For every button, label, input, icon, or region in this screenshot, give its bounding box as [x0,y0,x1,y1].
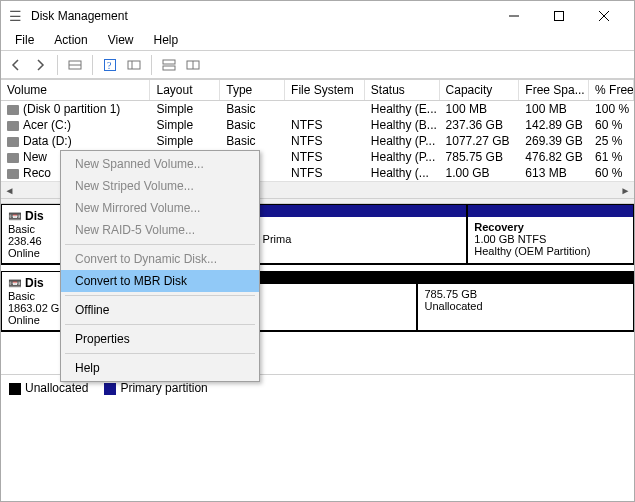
scroll-right-icon[interactable]: ► [617,182,634,198]
back-button[interactable] [5,54,27,76]
menu-help[interactable]: Help [61,357,259,379]
app-icon: ☰ [9,8,25,24]
cell: Data (D:) [1,133,150,149]
cell: Basic [220,101,285,117]
cell: 142.89 GB [519,117,589,133]
menu-properties[interactable]: Properties [61,328,259,350]
menu-file[interactable]: File [5,31,44,50]
partition-title: Recovery [474,221,524,233]
scroll-left-icon[interactable]: ◄ [1,182,18,198]
toolbar-button-2[interactable] [123,54,145,76]
cell: 1.00 GB [440,165,520,181]
col-pctfree[interactable]: % Free [589,80,634,100]
volume-icon [7,169,19,179]
disk-1-type: Basic [8,290,35,302]
cell: 60 % [589,165,634,181]
col-filesystem[interactable]: File System [285,80,365,100]
menu-action[interactable]: Action [44,31,97,50]
menu-separator [65,244,255,245]
svg-rect-1 [554,12,563,21]
svg-rect-10 [163,60,175,64]
cell: 1077.27 GB [440,133,520,149]
svg-text:?: ? [107,60,112,71]
swatch-black [9,383,21,395]
svg-rect-11 [163,66,175,70]
cell: 785.75 GB [440,149,520,165]
cell: 61 % [589,149,634,165]
col-free[interactable]: Free Spa... [519,80,589,100]
cell: Simple [150,101,220,117]
cell: Healthy (... [365,165,440,181]
cell: NTFS [285,165,365,181]
menu-new-raid5[interactable]: New RAID-5 Volume... [61,219,259,241]
menu-separator [65,353,255,354]
volume-icon [7,121,19,131]
swatch-blue [104,383,116,395]
disk-1-unallocated-2[interactable]: 785.75 GB Unallocated [417,271,634,331]
col-volume[interactable]: Volume [1,80,150,100]
cell: (Disk 0 partition 1) [1,101,150,117]
cell: 60 % [589,117,634,133]
toolbar-separator [151,55,152,75]
menu-offline[interactable]: Offline [61,299,259,321]
menu-help[interactable]: Help [144,31,189,50]
partition-size: 785.75 GB [424,288,477,300]
volume-list-header: Volume Layout Type File System Status Ca… [1,79,634,101]
disk-1-state: Online [8,314,40,326]
disk-icon: 📼 [8,277,22,289]
menu-separator [65,324,255,325]
disk-0-size: 238.46 [8,235,42,247]
menu-view[interactable]: View [98,31,144,50]
toolbar-button-1[interactable] [64,54,86,76]
menu-new-spanned[interactable]: New Spanned Volume... [61,153,259,175]
disk-icon: 📼 [8,210,22,222]
cell: Healthy (E... [365,101,440,117]
cell: 476.82 GB [519,149,589,165]
volume-row[interactable]: Acer (C:)SimpleBasicNTFSHealthy (B...237… [1,117,634,133]
partition-header-unallocated [418,272,633,284]
cell: 269.39 GB [519,133,589,149]
cell [285,101,365,117]
volume-icon [7,137,19,147]
cell: 100 % [589,101,634,117]
disk-1-name: Dis [25,276,44,290]
legend-unallocated: Unallocated [9,381,88,395]
volume-row[interactable]: Data (D:)SimpleBasicNTFSHealthy (P...107… [1,133,634,149]
cell: 100 MB [440,101,520,117]
volume-icon [7,153,19,163]
toolbar-button-4[interactable] [182,54,204,76]
menu-convert-mbr[interactable]: Convert to MBR Disk [61,270,259,292]
menu-convert-dynamic[interactable]: Convert to Dynamic Disk... [61,248,259,270]
forward-button[interactable] [29,54,51,76]
col-capacity[interactable]: Capacity [440,80,520,100]
cell: Basic [220,117,285,133]
partition-size: 1.00 GB NTFS [474,233,546,245]
maximize-button[interactable] [536,1,581,31]
partition-label: Unallocated [424,300,482,312]
toolbar-button-3[interactable] [158,54,180,76]
menu-new-mirrored[interactable]: New Mirrored Volume... [61,197,259,219]
toolbar: ? [1,51,634,79]
col-type[interactable]: Type [220,80,285,100]
close-button[interactable] [581,1,626,31]
cell: Simple [150,117,220,133]
disk-0-type: Basic [8,223,35,235]
help-icon[interactable]: ? [99,54,121,76]
window-title: Disk Management [31,9,491,23]
disk-0-partition-recovery[interactable]: Recovery 1.00 GB NTFS Healthy (OEM Parti… [467,204,634,264]
toolbar-separator [92,55,93,75]
menu-bar: File Action View Help [1,31,634,51]
toolbar-separator [57,55,58,75]
cell: Healthy (P... [365,149,440,165]
cell: 100 MB [519,101,589,117]
context-menu: New Spanned Volume... New Striped Volume… [60,150,260,382]
partition-status: Healthy (OEM Partition) [474,245,590,257]
disk-0-state: Online [8,247,40,259]
menu-new-striped[interactable]: New Striped Volume... [61,175,259,197]
minimize-button[interactable] [491,1,536,31]
volume-row[interactable]: (Disk 0 partition 1)SimpleBasicHealthy (… [1,101,634,117]
cell: NTFS [285,133,365,149]
partition-header-primary [468,205,633,217]
col-layout[interactable]: Layout [150,80,220,100]
col-status[interactable]: Status [365,80,440,100]
